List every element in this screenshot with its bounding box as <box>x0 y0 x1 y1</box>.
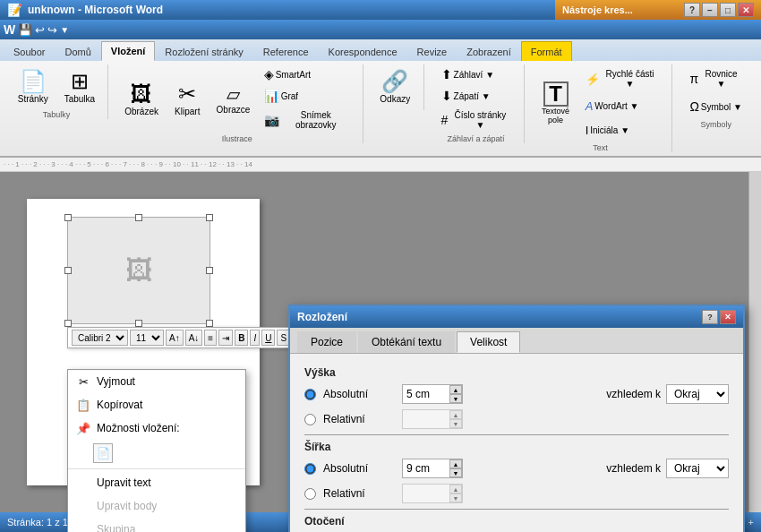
divider-2 <box>304 509 729 510</box>
btn-zapati[interactable]: ⬇ Zápatí ▼ <box>435 86 517 106</box>
app-icon: 📝 <box>7 3 22 17</box>
qat-save[interactable]: 💾 <box>18 23 32 37</box>
vyska-absolutni-label: Absolutní <box>323 388 395 400</box>
sirka-section-label: Šířka <box>304 441 729 453</box>
obrazce-label: Obrazce <box>217 105 251 115</box>
ctx-upravit-text[interactable]: Upravit text <box>68 471 245 494</box>
ribbon-group-symboly: π Rovnice ▼ Ω Symbol ▼ Symboly <box>676 64 756 129</box>
font-shrink-btn[interactable]: A↓ <box>185 330 203 346</box>
tab-zobrazeni[interactable]: Zobrazení <box>457 41 521 61</box>
align-btns[interactable]: ≡ <box>204 330 217 346</box>
vertical-scrollbar[interactable] <box>748 172 761 519</box>
qat-undo[interactable]: ↩ <box>35 23 45 37</box>
vyska-up-btn[interactable]: ▲ <box>449 385 462 394</box>
sirka-absolutni-value[interactable] <box>403 459 449 477</box>
symbol-label: Symbol ▼ <box>701 102 742 112</box>
qat-dropdown[interactable]: ▼ <box>60 25 69 35</box>
minimize-button[interactable]: − <box>702 3 718 17</box>
cislo-icon: # <box>441 113 449 127</box>
sirka-absolutni-label: Absolutní <box>323 462 395 475</box>
btn-obrazce[interactable]: ▱ Obrazce <box>210 79 255 119</box>
ctx-moznosti-vlozeni-header: 📌 Možnosti vložení: <box>68 416 245 440</box>
edit-text-icon <box>75 475 91 491</box>
vyska-absolutni-input[interactable]: ▲ ▼ <box>402 384 463 404</box>
tab-format[interactable]: Formát <box>521 41 572 61</box>
btn-stranky[interactable]: 📄 Stránky <box>12 64 55 108</box>
italic-btn[interactable]: I <box>250 330 260 346</box>
smartart-label: SmartArt <box>276 70 311 80</box>
ctx-paste-option[interactable]: 📄 <box>68 440 245 467</box>
btn-symbol[interactable]: Ω Symbol ▼ <box>683 95 748 118</box>
btn-zahlavi[interactable]: ⬆ Záhlaví ▼ <box>435 64 517 84</box>
tab-revize[interactable]: Revize <box>407 41 457 61</box>
vyska-relativni-radio[interactable] <box>304 414 316 425</box>
underline-btn[interactable]: U <box>261 330 275 346</box>
tab-obtekani[interactable]: Obtékání textu <box>358 331 455 353</box>
dialog-close-btn[interactable]: ✕ <box>720 310 736 324</box>
tab-reference[interactable]: Reference <box>253 41 319 61</box>
sirka-up-btn[interactable]: ▲ <box>449 459 462 468</box>
sirka-relativni-input: ▲ ▼ <box>402 484 463 503</box>
help-button[interactable]: ? <box>684 3 700 17</box>
vyska-absolutni-radio[interactable] <box>304 389 316 400</box>
ctx-skupina: Skupina <box>68 518 245 532</box>
tab-rozlozeni-stranky[interactable]: Rozložení stránky <box>155 41 252 61</box>
sirka-vzhledem-select[interactable]: Okraj <box>666 459 729 478</box>
qat-redo[interactable]: ↪ <box>47 23 57 37</box>
tools-title: Nástroje kres... <box>562 4 633 15</box>
vyska-vzhledem-section: vzhledem k Okraj <box>606 384 729 404</box>
sirka-relativni-radio[interactable] <box>304 488 316 500</box>
context-menu: ✂ Vyjmout 📋 Kopírovat 📌 Možnosti vložení… <box>67 369 246 532</box>
indent-btn[interactable]: ⇥ <box>218 330 233 346</box>
bold-btn[interactable]: B <box>235 330 248 346</box>
tab-korespondence[interactable]: Korespondence <box>319 41 407 61</box>
btn-rovnice[interactable]: π Rovnice ▼ <box>683 64 748 93</box>
btn-snimek[interactable]: 📷 Snímek obrazovky <box>260 107 355 133</box>
sirka-absolutni-input[interactable]: ▲ ▼ <box>402 459 463 478</box>
selected-image[interactable]: 🖼 <box>67 217 210 324</box>
ctx-vyjmout[interactable]: ✂ Vyjmout <box>68 370 245 393</box>
vyska-absolutni-row: Absolutní ▲ ▼ vzhledem k Okraj <box>304 384 729 404</box>
vyska-down-btn[interactable]: ▼ <box>449 394 462 403</box>
tab-domu[interactable]: Domů <box>55 41 100 61</box>
btn-wordart[interactable]: A WordArt ▼ <box>579 95 665 117</box>
tab-vlozeni[interactable]: Vložení <box>101 41 156 61</box>
tab-soubor[interactable]: Soubor <box>4 41 55 61</box>
btn-odkazy[interactable]: 🔗 Odkazy <box>373 64 416 108</box>
btn-textpole[interactable]: T Textovépole <box>535 77 575 129</box>
btn-tabulka[interactable]: ⊞ Tabulka <box>58 64 101 108</box>
vyska-absolutni-value[interactable] <box>403 385 449 403</box>
tab-velikost[interactable]: Velikost <box>457 331 520 353</box>
wordart-icon: A <box>586 99 594 113</box>
iniciala-label: Iniciála ▼ <box>590 125 629 135</box>
btn-rychle-casti[interactable]: ⚡ Rychlé části ▼ <box>579 64 665 93</box>
vyska-relativni-label: Relativní <box>323 413 395 425</box>
snimek-label: Snímek obrazovky <box>281 110 351 130</box>
font-select[interactable]: Calibri 2 <box>72 330 128 346</box>
maximize-button[interactable]: □ <box>720 3 736 17</box>
tab-pozice[interactable]: Pozice <box>297 331 356 353</box>
dialog-help-btn[interactable]: ? <box>702 310 718 324</box>
btn-graf[interactable]: 📊 Graf <box>260 86 355 106</box>
btn-klipart[interactable]: ✂ Klipart <box>167 77 207 121</box>
ctx-skupina-label: Skupina <box>97 523 135 532</box>
vyska-rel-up: ▲ <box>449 410 462 419</box>
btn-obrazek[interactable]: 🖼 Obrázek <box>119 77 164 121</box>
zapati-label: Zápatí ▼ <box>454 91 491 101</box>
btn-smartart[interactable]: ◈ SmartArt <box>260 64 355 84</box>
ribbon-tab-bar: Soubor Domů Vložení Rozložení stránky Re… <box>0 39 761 61</box>
font-grow-btn[interactable]: A↑ <box>166 330 184 346</box>
size-select[interactable]: 11 <box>130 330 164 346</box>
btn-cislo-stranky[interactable]: # Číslo stránky ▼ <box>435 107 517 133</box>
textpole-label: Textovépole <box>542 107 569 124</box>
ctx-kopirovat[interactable]: 📋 Kopírovat <box>68 393 245 416</box>
sirka-absolutni-radio[interactable] <box>304 463 316 475</box>
ribbon-content: 📄 Stránky ⊞ Tabulka Tabulky 🖼 Obrázek ✂ <box>0 61 761 158</box>
vyska-vzhledem-select[interactable]: Okraj <box>666 384 729 404</box>
dialog-body: Výška Absolutní ▲ ▼ vzhledem k <box>290 354 743 532</box>
sirka-down-btn[interactable]: ▼ <box>449 468 462 477</box>
close-button[interactable]: ✕ <box>738 3 754 17</box>
paste-icon: 📄 <box>93 443 113 463</box>
zoom-in-btn[interactable]: + <box>748 517 754 528</box>
btn-iniciala[interactable]: I Iniciála ▼ <box>579 119 665 142</box>
